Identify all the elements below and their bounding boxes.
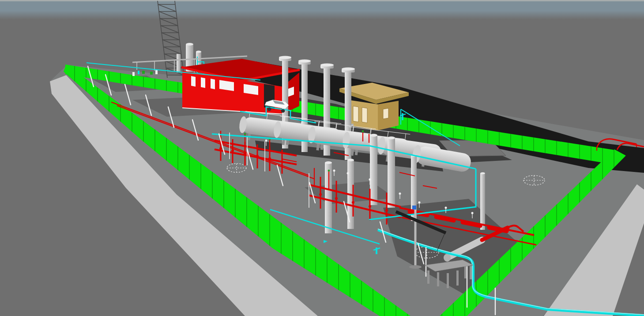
valve-blobs-part (335, 197, 338, 200)
valve-blobs-part (362, 130, 364, 133)
equipment-rack-part (447, 273, 449, 288)
valve-blobs-part (256, 155, 259, 157)
vertical-scrubber-columns-part (347, 159, 354, 161)
valve-blobs-part (231, 149, 234, 152)
valve-blobs-part (444, 217, 446, 220)
valve-blobs-part (244, 133, 246, 135)
stack-3-part (320, 64, 334, 67)
window (353, 106, 358, 122)
storage-tanks-part (186, 43, 193, 46)
stack-2-part (298, 60, 311, 63)
stack-1-part (279, 56, 291, 59)
davit-crane-part (409, 265, 422, 269)
pickup-truck-part (267, 107, 271, 111)
instrument-stands-part (369, 179, 371, 181)
vertical-scrubber-columns-part (388, 137, 395, 139)
valve-blobs-part (268, 157, 271, 160)
background-part (0, 0, 644, 1)
window (383, 108, 388, 119)
equipment-rack-part (427, 270, 429, 284)
vertical-scrubber-columns-part (480, 173, 485, 230)
window (201, 77, 205, 88)
vertical-scrubber-columns-part (388, 138, 395, 208)
valve-station-part (132, 72, 135, 76)
instrument-stands-part (265, 140, 267, 142)
window (211, 79, 215, 89)
pig-launcher-part (444, 254, 451, 262)
valve-station-part (150, 72, 153, 75)
valve-blobs-part (352, 201, 354, 204)
instrument-stands-part (471, 212, 474, 214)
instrument-stands-part (418, 202, 421, 204)
valve-blobs-part (319, 193, 322, 196)
instrument-stands-part (347, 172, 349, 175)
pickup-truck-part (281, 109, 285, 113)
storage-tanks-part (196, 51, 201, 53)
valve-blobs-part (385, 209, 388, 212)
window (362, 107, 367, 123)
equipment-rack-part (470, 266, 472, 279)
valve-station-part (142, 71, 145, 74)
valve-blobs-part (470, 223, 473, 225)
instrument-stands-part (399, 193, 401, 195)
background-part (0, 1, 644, 11)
valve-station-part (138, 71, 139, 74)
vertical-scrubber-columns-part (325, 161, 332, 164)
stack-4-part (342, 68, 355, 71)
valve-blobs-part (369, 205, 371, 208)
equipment-rack-part (456, 270, 459, 286)
background-part (0, 11, 644, 19)
instrument-stands-part (333, 170, 335, 172)
crane-motor (412, 206, 416, 209)
cad-viewport[interactable] (0, 0, 644, 316)
model-3d-view[interactable] (0, 0, 644, 316)
storage-tanks-part (177, 54, 181, 72)
valve-blobs-part (244, 152, 246, 155)
window (191, 76, 196, 87)
vertical-scrubber-columns-part (370, 134, 377, 137)
valve-station-part (155, 70, 158, 74)
instrument-stands-part (445, 207, 447, 209)
valve-blobs-part (328, 170, 330, 172)
vertical-scrubber-columns-part (480, 172, 485, 174)
valve-blobs-part (219, 147, 222, 150)
equipment-rack-part (437, 272, 439, 286)
equipment-rack-part (464, 265, 467, 278)
